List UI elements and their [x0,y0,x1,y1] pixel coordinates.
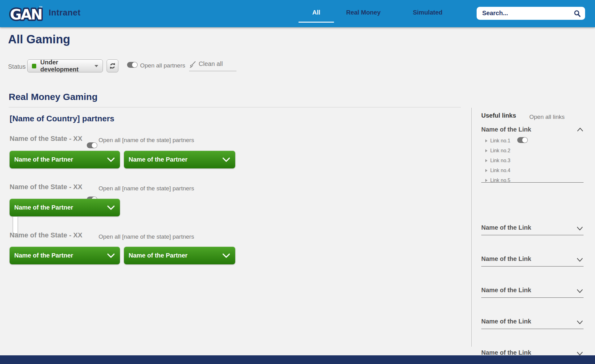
open-all-links-label: Open all links [529,114,565,120]
link-label: Link no.2 [490,148,510,154]
caret-down-icon [95,65,98,67]
search-input[interactable] [482,7,572,19]
clean-all-label: Clean all [199,60,223,67]
status-label: Status [8,63,26,70]
link-item[interactable]: Link no.2 [485,148,510,154]
open-all-partners-toggle[interactable] [127,62,138,68]
link-group-label: Name of the Link [481,255,584,262]
open-state-partners-label: Open all [name of the state] partners [99,185,194,192]
partner-dropdown-button[interactable]: Name of the Partner [10,151,120,168]
triangle-right-icon [485,169,487,172]
open-all-partners-label: Open all partners [140,62,185,69]
chevron-up-icon[interactable] [577,128,583,132]
state-name: Name of the State - XX [10,183,82,191]
subsection-title: [Name of Country] partners [10,114,114,124]
chevron-down-icon [107,205,115,210]
link-group-label: Name of the Link [481,224,584,231]
partner-name: Name of the Partner [129,252,187,259]
link-group-label: Name of the Link [481,287,584,294]
refresh-button[interactable] [107,59,118,72]
tab-real-money[interactable]: Real Money [342,9,384,16]
footer-bar [0,355,595,364]
status-selected-value: Under development [40,59,95,73]
sidebar-vertical-divider [471,108,472,347]
toggle-knob [92,143,97,148]
sidebar-group-divider [481,182,584,183]
link-label: Link no.3 [490,158,510,163]
chevron-down-icon [577,258,583,262]
gan-logo-text: GAN [10,6,42,23]
partner-dropdown-button[interactable]: Name of the Partner [10,199,120,216]
chevron-down-icon [577,320,583,324]
link-group-header-collapsed[interactable]: Name of the Link [481,287,584,298]
triangle-right-icon [485,159,487,162]
link-group-header-collapsed[interactable]: Name of the Link [481,224,584,235]
useful-links-title: Useful links [481,112,516,119]
tab-all[interactable]: All [298,9,334,16]
top-header-bar: GAN ™ Intranet All Real Money Simulated [0,0,595,27]
partner-dropdown-button[interactable]: Name of the Partner [124,151,235,168]
search-icon[interactable] [573,10,581,18]
link-label: Link no.1 [490,138,510,144]
search-box [477,7,585,20]
section-title: Real Money Gaming [9,92,98,102]
link-item[interactable]: Link no.3 [485,158,510,163]
partner-dropdown-button[interactable]: Name of the Partner [10,247,120,264]
state-name: Name of the State - XX [10,231,82,239]
tab-simulated[interactable]: Simulated [409,9,446,16]
toggle-knob [522,137,527,143]
tab-all-active-underline [298,22,334,23]
triangle-right-icon [485,139,487,142]
link-group-label: Name of the Link [481,318,584,325]
section-divider [9,107,461,107]
gan-logo: GAN ™ [9,2,43,25]
partner-dropdown-button[interactable]: Name of the Partner [124,247,235,264]
open-all-links-toggle[interactable] [517,137,528,143]
trademark-symbol: ™ [39,5,42,10]
triangle-right-icon [485,149,487,152]
partner-name: Name of the Partner [14,156,73,163]
status-select[interactable]: Under development [27,59,103,72]
toggle-knob [132,62,137,67]
clean-all-button[interactable]: Clean all [189,60,236,71]
broom-icon [189,60,196,69]
refresh-icon [109,62,116,70]
link-group-header-collapsed[interactable]: Name of the Link [481,255,584,266]
link-group-header-collapsed[interactable]: Name of the Link [481,318,584,329]
open-state-partners-toggle[interactable] [87,142,97,148]
state-name: Name of the State - XX [10,135,82,143]
partner-name: Name of the Partner [14,252,73,259]
page-title: All Gaming [8,33,70,46]
open-state-partners-label: Open all [name of the state] partners [99,137,194,144]
link-label: Link no.4 [490,168,510,173]
chevron-down-icon [577,227,583,231]
chevron-down-icon [577,289,583,293]
chevron-down-icon [107,253,115,258]
link-item[interactable]: Link no.1 [485,138,510,144]
open-state-partners-label: Open all [name of the state] partners [99,233,194,240]
chevron-down-icon [107,157,115,162]
link-item[interactable]: Link no.4 [485,168,510,173]
chevron-down-icon [222,253,230,258]
partner-name: Name of the Partner [129,156,187,163]
triangle-right-icon [485,179,487,182]
app-title: Intranet [49,8,81,18]
status-color-swatch-icon [32,64,36,68]
partner-name: Name of the Partner [14,204,73,211]
chevron-down-icon [222,157,230,162]
link-group-header-expanded[interactable]: Name of the Link [481,126,531,133]
